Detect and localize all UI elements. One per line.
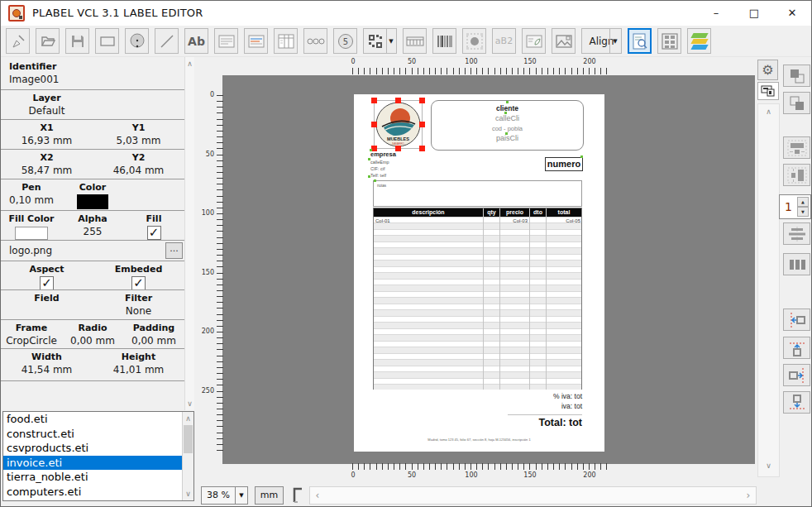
pen-value[interactable]: 0,10 mm [1, 194, 62, 206]
align-right-button[interactable] [783, 364, 810, 386]
y2-value[interactable]: 46,04 mm [93, 165, 184, 176]
x1-value[interactable]: 16,93 mm [1, 135, 93, 146]
minimize-button[interactable]: – [697, 1, 735, 26]
spin-down-icon[interactable]: ▼ [797, 207, 809, 217]
company-field[interactable]: Telf: telf [370, 173, 396, 178]
number-circle-tool-button[interactable]: 5 [333, 28, 357, 54]
save-button[interactable] [65, 28, 89, 54]
send-backward-button[interactable] [783, 92, 810, 114]
selection-handle[interactable] [419, 98, 425, 103]
width-value[interactable]: 41,54 mm [1, 364, 93, 375]
scroll-up-icon[interactable]: ∧ [758, 108, 779, 116]
line-tool-button[interactable] [155, 28, 179, 54]
scroll-down-icon[interactable]: ∨ [183, 490, 193, 498]
items-table[interactable]: descripción qty precio dto total Col-01 … [373, 208, 582, 390]
zoom-dropdown-arrow[interactable]: ▼ [235, 487, 247, 504]
alpha-value[interactable]: 255 [62, 226, 123, 237]
page-orientation-button[interactable] [290, 485, 307, 505]
properties-scrollbar[interactable]: ∧ ∨ [184, 57, 194, 410]
file-item[interactable]: food.eti [3, 412, 193, 427]
copies-value[interactable]: 1 [785, 200, 792, 213]
selection-handle[interactable] [371, 98, 377, 103]
client-field[interactable]: calleCli [432, 114, 583, 122]
memo-tool-button[interactable] [214, 28, 238, 54]
qrcode-dropdown-arrow[interactable]: ▼ [386, 29, 395, 53]
selection-handle[interactable] [371, 122, 377, 127]
scroll-down-icon[interactable]: ∨ [758, 462, 779, 470]
iva-field[interactable]: iva: tot [561, 402, 582, 410]
bring-forward-button[interactable] [783, 65, 810, 87]
height-value[interactable]: 41,01 mm [93, 364, 184, 375]
panels-toggle-button[interactable] [757, 82, 779, 100]
client-field[interactable]: cliente [432, 104, 583, 112]
right-toolbar-scrollbar[interactable]: ∧ ∨ [757, 103, 780, 477]
layer-value[interactable]: Default [1, 105, 93, 117]
selection-handle[interactable] [395, 146, 401, 151]
frame-value[interactable]: CropCircle [1, 335, 62, 347]
rectangle-tool-button[interactable] [95, 28, 119, 54]
scroll-up-icon[interactable]: ∧ [183, 414, 193, 423]
units-button[interactable]: mm [255, 486, 284, 505]
qrcode-tool-button[interactable]: ▼ [363, 28, 397, 54]
logo-image[interactable]: MUEBLES - NAVARRO - [375, 102, 421, 147]
distribute-button[interactable] [783, 253, 810, 275]
x2-value[interactable]: 58,47 mm [1, 165, 93, 176]
file-item[interactable]: csvproducts.eti [3, 441, 193, 456]
shape-select-tool-button[interactable] [462, 28, 486, 54]
client-field[interactable]: paisCli [432, 134, 583, 142]
fill-color-swatch[interactable] [15, 227, 48, 240]
center-horizontal-button[interactable] [783, 136, 810, 159]
client-field[interactable]: cod - pobla [432, 125, 583, 132]
iva-pct-field[interactable]: % iva: tot [553, 392, 582, 400]
barcode-tool-button[interactable] [432, 28, 456, 54]
label-nature-button[interactable] [522, 28, 546, 54]
grid-layout-button[interactable] [657, 28, 681, 54]
close-button[interactable]: ✕ [773, 1, 811, 26]
browse-button[interactable]: ... [165, 242, 183, 259]
layers-button[interactable] [687, 28, 711, 54]
company-field[interactable]: empresa [370, 151, 396, 158]
align-menu-button[interactable]: Align ▼ [581, 28, 622, 54]
maximize-button[interactable]: □ [735, 1, 773, 26]
aspect-checkbox[interactable]: ✓ [40, 276, 54, 290]
image-tool-button[interactable] [552, 28, 576, 54]
file-item[interactable]: construct.eti [3, 427, 193, 442]
align-left-button[interactable] [783, 309, 810, 331]
image-filename[interactable]: logo.png [9, 245, 184, 256]
invoice-number-box[interactable]: numero [545, 157, 583, 171]
preview-button[interactable] [628, 28, 652, 54]
align-dropdown-arrow[interactable]: ▼ [609, 29, 620, 53]
ellipse-tool-button[interactable] [125, 28, 149, 54]
scroll-up-icon[interactable]: ∧ [185, 60, 194, 68]
table-tool-button[interactable] [274, 28, 298, 54]
selection-handle[interactable] [395, 98, 401, 103]
file-list-scrollbar[interactable]: ∧ ∨ [182, 412, 193, 500]
copies-spinner[interactable]: 1 ▲ ▼ [779, 194, 811, 219]
file-item[interactable]: tierra_noble.eti [3, 470, 193, 485]
columns-tool-button[interactable] [403, 28, 427, 54]
richtext-tool-button[interactable] [244, 28, 268, 54]
settings-button[interactable]: ⚙ [757, 60, 778, 80]
label-page[interactable]: MUEBLES - NAVARRO - cliente calleCli cod… [354, 94, 604, 452]
client-address-box[interactable]: cliente calleCli cod - pobla paisCli [431, 100, 584, 151]
horizontal-scrollbar[interactable]: ‹ › [309, 486, 757, 505]
company-field[interactable]: calleEmp [370, 160, 396, 165]
pen-color-swatch[interactable] [77, 194, 108, 209]
scroll-right-icon[interactable]: › [743, 487, 754, 504]
open-file-button[interactable] [36, 28, 60, 54]
fill-checkbox[interactable]: ✓ [147, 226, 161, 240]
padding-value[interactable]: 0,00 mm [123, 335, 184, 347]
ellipsis-tool-button[interactable] [303, 28, 327, 54]
company-field[interactable]: CIF: cif [370, 166, 396, 171]
scroll-left-icon[interactable]: ‹ [312, 487, 323, 504]
selection-handle[interactable] [419, 146, 425, 151]
scroll-down-icon[interactable]: ∨ [185, 399, 194, 408]
spin-up-icon[interactable]: ▲ [797, 197, 809, 207]
y1-value[interactable]: 5,03 mm [93, 135, 184, 146]
scrollbar-thumb[interactable] [184, 425, 193, 453]
embedded-checkbox[interactable]: ✓ [131, 276, 146, 290]
clear-tool-button[interactable] [6, 28, 30, 54]
zoom-combobox[interactable]: 38 % ▼ [201, 486, 248, 505]
align-center-lines-button[interactable] [783, 222, 810, 245]
text-tool-button[interactable]: Ab [184, 28, 208, 54]
